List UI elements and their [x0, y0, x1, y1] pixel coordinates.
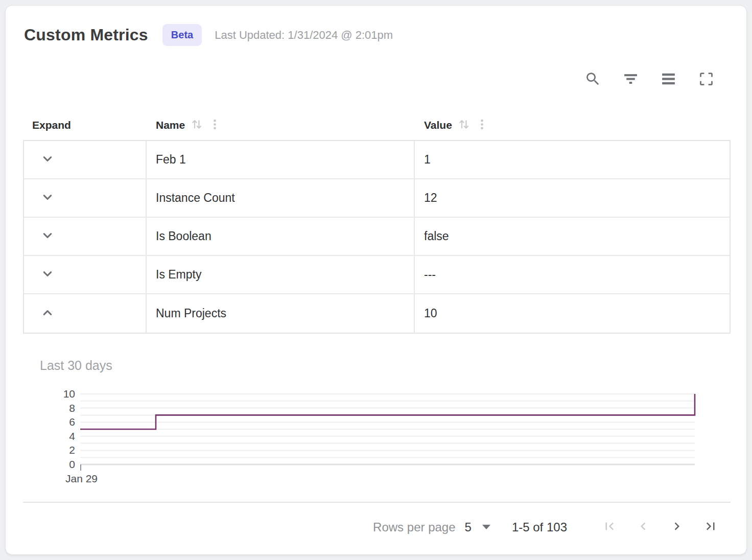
y-axis-tick-label: 10 [63, 388, 75, 400]
table-row: Feb 11 [24, 141, 730, 179]
collapse-row-button[interactable] [38, 305, 57, 323]
metric-name: Feb 1 [156, 153, 186, 167]
next-page-button[interactable] [665, 516, 689, 539]
chevron-down-icon [40, 190, 55, 206]
metric-name-cell: Num Projects [147, 294, 415, 333]
table-row: Is Booleanfalse [24, 218, 730, 256]
name-column-header[interactable]: Name [147, 117, 415, 133]
metric-value-cell: false [415, 218, 730, 255]
metric-value: --- [424, 268, 436, 282]
sparkline-chart: 0246810 Jan 29 [23, 393, 746, 465]
rows-per-page-value: 5 [465, 520, 472, 534]
metric-value: false [424, 229, 449, 243]
name-column-label: Name [156, 119, 185, 131]
expand-row-button[interactable] [38, 151, 57, 169]
expand-cell [24, 294, 147, 333]
column-menu-button[interactable] [208, 118, 222, 133]
chevron-down-icon [40, 228, 55, 245]
chart-title: Last 30 days [40, 358, 746, 373]
metric-name-cell: Instance Count [147, 179, 415, 217]
sort-icon[interactable] [190, 117, 204, 133]
expand-cell [24, 256, 147, 293]
chevron-up-icon [40, 305, 55, 322]
expand-row-button[interactable] [38, 227, 57, 246]
first-page-icon [602, 519, 617, 535]
density-button[interactable] [659, 69, 677, 88]
metric-name: Instance Count [156, 191, 235, 205]
metric-value-cell: 1 [415, 141, 730, 178]
table-body: Feb 11Instance Count12Is BooleanfalseIs … [23, 140, 731, 334]
metric-value-cell: --- [415, 256, 730, 293]
expand-column-header: Expand [23, 119, 147, 131]
y-axis-tick-label: 2 [69, 444, 75, 456]
sparkline-svg [80, 393, 695, 465]
grid-toolbar [6, 46, 746, 88]
metric-name-cell: Is Boolean [147, 218, 415, 255]
metric-value-cell: 10 [415, 294, 730, 333]
last-page-button[interactable] [699, 516, 722, 539]
metric-name: Num Projects [156, 307, 226, 320]
table-row: Num Projects10 [24, 294, 730, 333]
metric-name-cell: Is Empty [147, 256, 415, 293]
beta-badge: Beta [162, 24, 202, 46]
expand-cell [24, 141, 147, 178]
last-updated-text: Last Updated: 1/31/2024 @ 2:01pm [215, 29, 393, 42]
first-page-button [598, 516, 621, 539]
table-header-row: Expand Name Value [23, 110, 731, 140]
dropdown-caret-icon [482, 525, 490, 529]
metrics-table: Expand Name Value [23, 110, 731, 334]
expand-cell [24, 179, 147, 217]
y-axis-tick-label: 8 [69, 402, 75, 414]
sort-icon[interactable] [457, 117, 471, 133]
pagination-footer: Rows per page 5 1-5 of 103 [23, 502, 731, 554]
y-axis-tick-label: 0 [69, 458, 75, 471]
table-row: Instance Count12 [24, 179, 730, 218]
expand-row-button[interactable] [38, 189, 57, 207]
y-axis-labels: 0246810 [23, 393, 80, 465]
search-button[interactable] [583, 69, 602, 88]
column-menu-button[interactable] [475, 118, 489, 133]
chevron-left-icon [636, 519, 651, 535]
custom-metrics-card: Custom Metrics Beta Last Updated: 1/31/2… [5, 5, 747, 555]
kebab-icon [475, 118, 489, 133]
metric-value-cell: 12 [415, 179, 730, 217]
fullscreen-icon [698, 71, 715, 87]
card-header: Custom Metrics Beta Last Updated: 1/31/2… [6, 6, 746, 46]
table-row: Is Empty--- [24, 256, 730, 294]
chevron-right-icon [669, 519, 685, 535]
metric-value: 12 [424, 191, 437, 205]
chart-plot-area: Jan 29 [80, 393, 695, 465]
expand-cell [24, 218, 147, 255]
filter-button[interactable] [621, 69, 640, 88]
metric-value: 10 [424, 307, 437, 320]
value-column-label: Value [424, 119, 452, 131]
last-page-icon [703, 519, 718, 535]
metric-name: Is Empty [156, 268, 201, 282]
fullscreen-button[interactable] [697, 69, 715, 88]
page-title: Custom Metrics [24, 26, 148, 44]
metric-name-cell: Feb 1 [147, 141, 415, 178]
y-axis-tick-label: 4 [69, 430, 75, 442]
search-icon [584, 71, 601, 87]
filter-icon [622, 71, 639, 87]
expand-column-label: Expand [32, 119, 71, 131]
density-icon [660, 71, 677, 87]
value-column-header[interactable]: Value [415, 117, 731, 133]
rows-per-page-label: Rows per page [373, 520, 455, 534]
expanded-row-detail: Last 30 days 0246810 Jan 29 [6, 334, 746, 465]
rows-per-page-select[interactable]: 5 [465, 520, 490, 534]
chevron-down-icon [40, 151, 55, 168]
metric-name: Is Boolean [156, 229, 212, 243]
pagination-range: 1-5 of 103 [512, 520, 567, 534]
metric-value: 1 [424, 153, 431, 167]
chevron-down-icon [40, 266, 55, 283]
previous-page-button [631, 516, 655, 539]
kebab-icon [208, 118, 222, 133]
y-axis-tick-label: 6 [69, 416, 75, 428]
expand-row-button[interactable] [38, 266, 57, 284]
x-axis-tick-label: Jan 29 [65, 473, 98, 485]
